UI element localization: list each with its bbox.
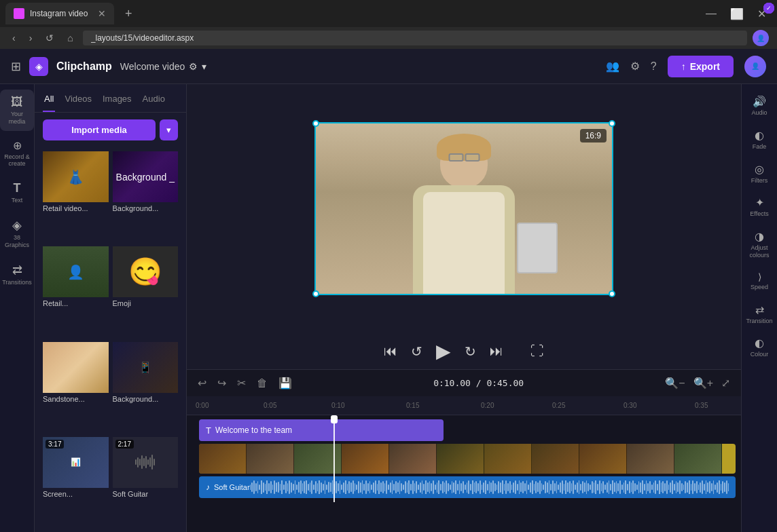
- import-dropdown-button[interactable]: ▾: [160, 119, 178, 140]
- rs-item-fade[interactable]: ◐ Fade: [742, 124, 777, 156]
- waveform-bar: [470, 484, 471, 491]
- delete-button[interactable]: 🗑: [254, 375, 270, 392]
- topbar-user-avatar[interactable]: 👤: [744, 56, 766, 77]
- waveform-bar: [360, 482, 361, 493]
- playhead[interactable]: [333, 415, 335, 502]
- skip-forward-button[interactable]: ⏭: [490, 343, 503, 359]
- timeline: 0:00 0:05 0:10 0:15 0:20 0:25 0:30 0:35: [187, 396, 741, 532]
- waveform-bar: [308, 484, 309, 491]
- ruler-mark: 0:35: [695, 402, 708, 409]
- apps-grid-button[interactable]: ⊞: [11, 59, 21, 74]
- help-button[interactable]: ?: [651, 60, 657, 73]
- home-button[interactable]: ⌂: [63, 31, 77, 45]
- waveform-bar: [265, 484, 266, 491]
- waveform-bar: [505, 480, 507, 494]
- waveform-bar: [526, 480, 528, 494]
- forward-button[interactable]: ›: [25, 31, 37, 45]
- text-track[interactable]: T Welcome to the team: [199, 419, 444, 441]
- rewind-button[interactable]: ↺: [411, 343, 422, 360]
- waveform-bar: [338, 483, 339, 491]
- audio-waveform: // Generate waveform bars via JS after D…: [250, 480, 729, 494]
- waveform-bar: [707, 482, 708, 492]
- skip-back-button[interactable]: ⏮: [384, 343, 397, 359]
- play-button[interactable]: ▶: [436, 340, 451, 362]
- app-name: Clipchamp: [56, 60, 112, 73]
- refresh-button[interactable]: ↺: [41, 31, 58, 45]
- tab-all[interactable]: All: [43, 90, 55, 112]
- waveform-bar: [266, 480, 268, 494]
- zoom-out-button[interactable]: 🔍−: [662, 374, 687, 392]
- list-item[interactable]: 😋 Emoji: [113, 246, 179, 337]
- import-media-button[interactable]: Import media: [43, 119, 156, 140]
- waveform-bar: [278, 482, 279, 493]
- waveform-bar: [270, 481, 272, 493]
- list-item[interactable]: 👤 Retail...: [43, 246, 109, 337]
- list-item[interactable]: 📱 ✓ Background...: [113, 342, 179, 433]
- back-button[interactable]: ‹: [8, 31, 20, 45]
- waveform-bar: [530, 482, 531, 493]
- undo-button[interactable]: ↩: [195, 374, 209, 392]
- rs-item-effects[interactable]: ✦ Effects: [742, 191, 777, 223]
- url-input[interactable]: [83, 31, 747, 45]
- list-item[interactable]: 👗 ✓ Retail video...: [43, 151, 109, 242]
- export-button[interactable]: ↑ Export: [668, 56, 734, 77]
- forward-button[interactable]: ↻: [465, 343, 476, 360]
- waveform-bar: [522, 481, 524, 493]
- list-item[interactable]: Sandstone...: [43, 342, 109, 433]
- tab-videos[interactable]: Videos: [63, 90, 93, 112]
- rs-item-audio[interactable]: 🔊 Audio: [742, 90, 777, 122]
- rs-item-colour[interactable]: ◐ Colour: [742, 331, 777, 364]
- minimize-button[interactable]: —: [700, 5, 722, 23]
- waveform-bar: [435, 484, 436, 490]
- corner-handle-tr[interactable]: [609, 120, 615, 127]
- cut-button[interactable]: ✂: [234, 374, 249, 392]
- fit-button[interactable]: ⤢: [719, 374, 733, 392]
- waveform-bar: [465, 484, 466, 490]
- waveform-bar: [552, 480, 554, 494]
- media-thumbnail: 👗: [43, 151, 109, 202]
- audio-track[interactable]: ♪ Soft Guitar // Generate waveform bars …: [199, 476, 736, 498]
- sidebar-item-text[interactable]: T Text: [0, 176, 34, 210]
- video-track[interactable]: [199, 444, 736, 474]
- waveform-bar: [440, 484, 441, 491]
- maximize-button[interactable]: ⬜: [725, 5, 749, 23]
- tab-audio[interactable]: Audio: [141, 90, 166, 112]
- share-button[interactable]: 👥: [606, 60, 619, 73]
- corner-handle-br[interactable]: [609, 290, 615, 297]
- waveform-bar: [584, 482, 585, 492]
- redo-button[interactable]: ↪: [215, 374, 229, 392]
- list-item[interactable]: Background _ ✓ Background...: [113, 151, 179, 242]
- rs-item-filters[interactable]: ◎ Filters: [742, 157, 777, 190]
- waveform-bar: [621, 484, 623, 490]
- waveform-bar: [490, 482, 492, 492]
- new-tab-button[interactable]: +: [120, 4, 138, 24]
- list-item[interactable]: 2:17 Soft Guitar: [113, 437, 179, 528]
- sidebar-item-graphics[interactable]: ◈ 38 Graphics: [0, 212, 34, 254]
- waveform-bar: [450, 484, 451, 490]
- media-thumbnail: Background _: [113, 151, 179, 202]
- tab-images[interactable]: Images: [101, 90, 133, 112]
- corner-handle-bl[interactable]: [312, 290, 319, 297]
- sidebar-item-your-media[interactable]: 🖼 Your media: [0, 90, 34, 131]
- zoom-in-button[interactable]: 🔍+: [691, 374, 716, 392]
- save-button[interactable]: 💾: [276, 374, 295, 392]
- browser-tab[interactable]: Instagram video ✕: [5, 3, 114, 24]
- sidebar-item-record[interactable]: ⊕ Record & create: [0, 134, 34, 174]
- waveform-bar: [719, 480, 720, 494]
- fullscreen-button[interactable]: ⛶: [530, 343, 544, 359]
- rs-item-transition[interactable]: ⇄ Transition: [742, 298, 777, 330]
- rs-item-adjust-colours[interactable]: ◑ Adjust colours: [742, 225, 777, 265]
- waveform-bar: [414, 483, 416, 491]
- sidebar-item-transitions[interactable]: ⇄ Transitions: [0, 257, 34, 292]
- waveform-bar: [535, 481, 537, 493]
- settings-button[interactable]: ⚙: [630, 60, 640, 73]
- rs-item-speed[interactable]: ⟩ Speed: [742, 266, 777, 297]
- project-name[interactable]: Welcome video ⚙ ▾: [120, 61, 206, 72]
- tab-close-button[interactable]: ✕: [98, 8, 106, 19]
- waveform-bar: [393, 484, 395, 491]
- waveform-bar: [700, 482, 701, 493]
- corner-handle-tl[interactable]: [312, 120, 319, 127]
- waveform-bar: [634, 483, 636, 491]
- waveform-bar: [263, 482, 264, 493]
- list-item[interactable]: 📊 3:17 ✓ Screen...: [43, 437, 109, 528]
